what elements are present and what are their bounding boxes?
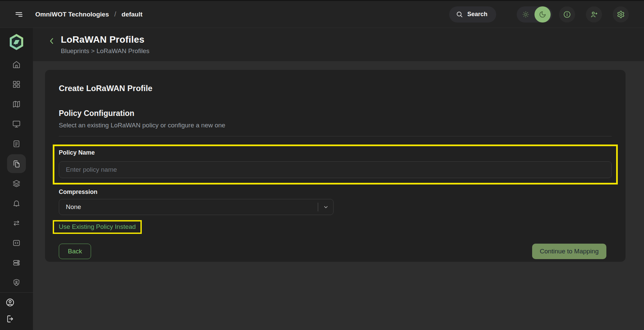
- dashboard-grid-icon: [12, 80, 21, 89]
- app-logo[interactable]: [0, 28, 33, 54]
- sidebar-item-notifications[interactable]: [0, 193, 33, 213]
- annotation-highlight-policy-name: Policy Name: [53, 145, 618, 184]
- swap-arrows-icon: [12, 219, 21, 228]
- sidebar: [0, 28, 33, 330]
- invite-user-button[interactable]: [586, 6, 602, 23]
- breadcrumb-separator: /: [114, 10, 116, 18]
- layers-icon: [12, 179, 21, 188]
- server-icon: [12, 258, 21, 267]
- home-icon: [12, 60, 21, 69]
- logout-button[interactable]: [5, 314, 15, 324]
- search-button[interactable]: Search: [449, 6, 496, 23]
- section-divider: [59, 136, 612, 136]
- sidebar-item-dashboard[interactable]: [0, 74, 33, 94]
- shield-user-icon: [12, 278, 21, 287]
- search-label: Search: [467, 11, 487, 18]
- user-plus-icon: [590, 10, 598, 18]
- breadcrumb: OmniWOT Technologies / default: [35, 10, 142, 18]
- info-icon: [563, 10, 571, 18]
- bell-icon: [12, 199, 21, 208]
- sidebar-item-document[interactable]: [0, 134, 33, 154]
- main-content: Create LoRaWAN Profile Policy Configurat…: [33, 61, 644, 330]
- sidebar-item-security[interactable]: [0, 273, 33, 292]
- use-existing-policy-link[interactable]: Use Existing Policy Instead: [59, 223, 136, 231]
- copy-pages-icon: [12, 159, 21, 168]
- sidebar-item-map[interactable]: [0, 94, 33, 114]
- card-title: Create LoRaWAN Profile: [59, 84, 612, 93]
- code-icon: [12, 239, 21, 247]
- org-name[interactable]: OmniWOT Technologies: [35, 11, 109, 18]
- sidebar-item-code[interactable]: [0, 233, 33, 253]
- policy-name-input[interactable]: [59, 161, 612, 178]
- sidebar-item-transfers[interactable]: [0, 213, 33, 233]
- top-bar: OmniWOT Technologies / default Search: [0, 0, 644, 28]
- document-icon: [12, 139, 21, 148]
- sidebar-nav: [0, 54, 33, 292]
- page-breadcrumb: Blueprints > LoRaWAN Profiles: [61, 47, 149, 55]
- account-button[interactable]: [5, 297, 15, 307]
- compression-field: Compression None: [59, 189, 612, 215]
- topbar-actions: Search: [449, 6, 629, 23]
- map-icon: [12, 100, 21, 109]
- policy-section-subtitle: Select an existing LoRaWAN policy or con…: [59, 122, 612, 129]
- page-header: LoRaWAN Profiles Blueprints > LoRaWAN Pr…: [33, 28, 644, 61]
- app-window: OmniWOT Technologies / default Search: [0, 0, 644, 330]
- dark-mode-moon-icon[interactable]: [534, 6, 551, 23]
- sidebar-item-profiles-active[interactable]: [0, 154, 33, 173]
- page-title: LoRaWAN Profiles: [61, 34, 149, 45]
- search-icon: [456, 11, 463, 18]
- continue-to-mapping-button[interactable]: Continue to Mapping: [532, 244, 606, 259]
- gear-icon: [617, 10, 625, 18]
- logout-icon: [6, 315, 14, 323]
- policy-name-label: Policy Name: [59, 149, 612, 156]
- sidebar-item-home[interactable]: [0, 54, 33, 74]
- compression-select[interactable]: None: [59, 199, 334, 215]
- policy-section-title: Policy Configuration: [59, 109, 612, 118]
- create-profile-card: Create LoRaWAN Profile Policy Configurat…: [45, 70, 626, 262]
- light-mode-sun-icon[interactable]: [517, 6, 534, 23]
- info-button[interactable]: [559, 6, 575, 23]
- compression-label: Compression: [59, 189, 612, 196]
- settings-button[interactable]: [613, 6, 629, 23]
- back-chevron-icon[interactable]: [48, 36, 55, 46]
- project-name[interactable]: default: [122, 11, 142, 18]
- monitor-icon: [12, 120, 21, 128]
- sidebar-item-storage[interactable]: [0, 253, 33, 273]
- theme-toggle: [517, 6, 552, 23]
- sidebar-item-monitor[interactable]: [0, 114, 33, 134]
- card-footer: Back Continue to Mapping: [59, 244, 612, 259]
- user-circle-icon: [5, 298, 15, 307]
- select-divider: [318, 203, 318, 211]
- menu-toggle-icon[interactable]: [14, 10, 23, 19]
- compression-selected-value: None: [66, 203, 318, 211]
- sidebar-footer: [0, 293, 33, 330]
- sidebar-item-layers[interactable]: [0, 173, 33, 193]
- chevron-down-icon: [323, 204, 329, 210]
- back-button[interactable]: Back: [59, 244, 91, 259]
- annotation-highlight-use-existing: Use Existing Policy Instead: [53, 220, 142, 234]
